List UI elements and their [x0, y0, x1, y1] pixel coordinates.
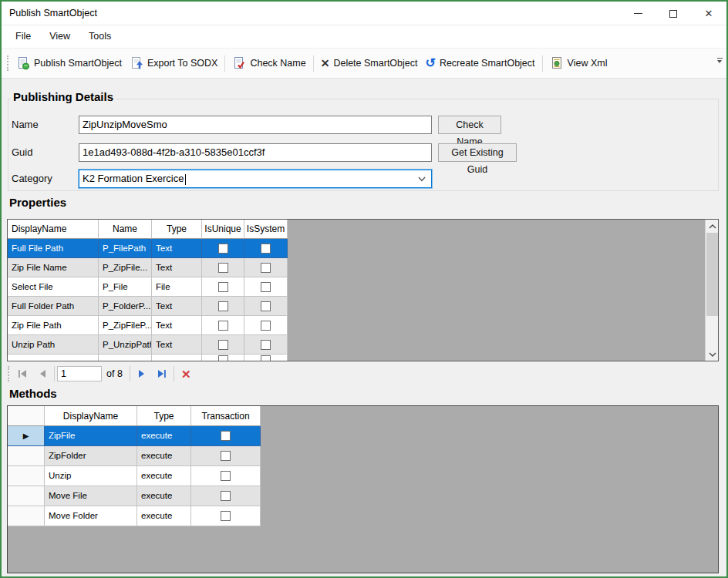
column-header-issystem[interactable]: IsSystem [244, 220, 288, 239]
scrollbar-thumb[interactable] [706, 233, 718, 316]
methods-title: Methods [9, 387, 57, 400]
properties-row[interactable]: Zip File NameP_ZipFile...Text [8, 258, 718, 277]
methods-row[interactable]: ▶ZipFileexecute [8, 426, 718, 446]
publish-smartobject-button[interactable]: Publish SmartObject [12, 53, 126, 73]
category-combobox[interactable]: K2 Formation Exercice [79, 170, 432, 188]
view-xml-button[interactable]: View Xml [546, 53, 612, 73]
current-position-input[interactable] [57, 366, 102, 381]
column-header-name[interactable]: Name [99, 220, 152, 239]
issystem-checkbox[interactable] [261, 282, 271, 292]
toolbar-overflow-button[interactable] [715, 58, 724, 63]
transaction-checkbox[interactable] [221, 511, 231, 521]
delete-row-button[interactable]: ✕ [177, 365, 196, 382]
methods-row[interactable]: Move Fileexecute [8, 486, 718, 506]
row-selector-cell[interactable] [8, 446, 45, 466]
previous-page-button[interactable] [32, 365, 52, 382]
toolbar-grip[interactable] [7, 55, 9, 71]
check-name-button[interactable]: Check Name [438, 116, 501, 134]
cell-issystem [244, 316, 288, 335]
methods-row[interactable]: ZipFolderexecute [8, 446, 718, 466]
cell-displayname: Move Folder [45, 506, 137, 526]
row-selector-cell[interactable] [8, 486, 45, 506]
first-page-button[interactable] [13, 365, 32, 382]
properties-title: Properties [9, 196, 66, 209]
isunique-checkbox[interactable] [218, 282, 228, 292]
issystem-checkbox[interactable] [261, 355, 271, 361]
chevron-down-icon [418, 176, 426, 182]
cell-type: execute [137, 486, 191, 506]
row-selector-cell[interactable] [8, 466, 45, 486]
get-existing-guid-button[interactable]: Get Existing Guid [438, 143, 517, 162]
recreate-smartobject-button[interactable]: ↺ Recreate SmartObject [421, 54, 538, 72]
next-page-button[interactable] [133, 365, 152, 382]
menu-view[interactable]: View [40, 25, 79, 48]
row-selector-cell[interactable]: ▶ [8, 426, 45, 446]
transaction-checkbox[interactable] [221, 431, 231, 441]
cell-name: P_ZipFile... [99, 258, 152, 277]
isunique-checkbox[interactable] [218, 301, 228, 311]
toolbar: Publish SmartObject Export To SODX Check… [2, 48, 726, 79]
cell-empty [8, 355, 99, 361]
issystem-checkbox[interactable] [261, 340, 271, 350]
row-selector-cell[interactable] [8, 506, 45, 526]
column-header-isunique[interactable]: IsUnique [202, 220, 244, 239]
isunique-checkbox[interactable] [218, 321, 228, 331]
maximize-button[interactable] [656, 2, 691, 25]
cell-isunique [202, 355, 244, 361]
properties-row[interactable]: Full Folder PathP_FolderP...Text [8, 297, 718, 316]
properties-row[interactable]: Zip File PathP_ZipFileP...Text [8, 316, 718, 335]
column-header-type[interactable]: Type [152, 220, 202, 239]
column-header-type[interactable]: Type [137, 406, 191, 426]
isunique-checkbox[interactable] [218, 340, 228, 350]
methods-row[interactable]: Unzipexecute [8, 466, 718, 486]
properties-scrollbar[interactable] [705, 220, 718, 361]
transaction-checkbox[interactable] [221, 451, 231, 461]
last-page-button[interactable] [152, 365, 171, 382]
cell-displayname: Full File Path [8, 239, 99, 258]
issystem-checkbox[interactable] [261, 301, 271, 311]
methods-row[interactable]: Move Folderexecute [8, 506, 718, 526]
isunique-checkbox[interactable] [218, 244, 228, 254]
cell-issystem [244, 258, 288, 277]
guid-input[interactable]: 1e1ad493-088d-4f2b-a310-5835e01ccf3f [79, 143, 432, 162]
transaction-checkbox[interactable] [221, 491, 231, 501]
cell-type: execute [137, 446, 191, 466]
scroll-down-button[interactable] [706, 348, 719, 361]
issystem-checkbox[interactable] [261, 244, 271, 254]
cell-displayname: Zip File Name [8, 258, 99, 277]
chevron-down-icon [717, 60, 722, 63]
properties-row[interactable]: Unzip PathP_UnzipPathText [8, 335, 718, 355]
issystem-checkbox[interactable] [261, 321, 271, 331]
cell-displayname: Zip File Path [8, 316, 99, 335]
properties-row[interactable]: Full File PathP_FilePathText [8, 239, 718, 258]
menubar: File View Tools [2, 25, 726, 48]
export-to-sodx-button[interactable]: Export To SODX [126, 53, 221, 73]
pager-grip[interactable] [8, 366, 10, 381]
cell-displayname: Select File [8, 277, 99, 297]
delete-smartobject-button[interactable]: ✕ Delete SmartObject [317, 55, 422, 72]
check-name-toolbar-button[interactable]: Check Name [228, 53, 309, 73]
isunique-checkbox[interactable] [218, 355, 228, 361]
close-button[interactable]: ✕ [691, 2, 726, 25]
menu-tools[interactable]: Tools [79, 25, 120, 48]
delete-x-icon: ✕ [181, 368, 191, 380]
column-header-displayname[interactable]: DisplayName [8, 220, 99, 239]
scroll-up-button[interactable] [706, 220, 719, 233]
column-header-transaction[interactable]: Transaction [191, 406, 261, 426]
cell-name: P_ZipFileP... [99, 316, 152, 335]
minimize-button[interactable] [620, 2, 656, 25]
cell-name: P_FolderP... [99, 297, 152, 316]
titlebar: Publish SmartObject ✕ [2, 2, 726, 25]
delete-x-icon: ✕ [321, 58, 330, 69]
menu-file[interactable]: File [6, 25, 40, 48]
properties-row[interactable]: Select FileP_FileFile [8, 277, 718, 297]
column-header-displayname[interactable]: DisplayName [45, 406, 137, 426]
overflow-bar-icon [717, 58, 723, 59]
issystem-checkbox[interactable] [261, 263, 271, 273]
cell-type: execute [137, 466, 191, 486]
toolbar-item-label: Check Name [250, 58, 305, 69]
cell-issystem [244, 297, 288, 316]
isunique-checkbox[interactable] [218, 263, 228, 273]
transaction-checkbox[interactable] [221, 471, 231, 481]
name-input[interactable]: ZipUnzipMoveSmo [79, 116, 432, 134]
